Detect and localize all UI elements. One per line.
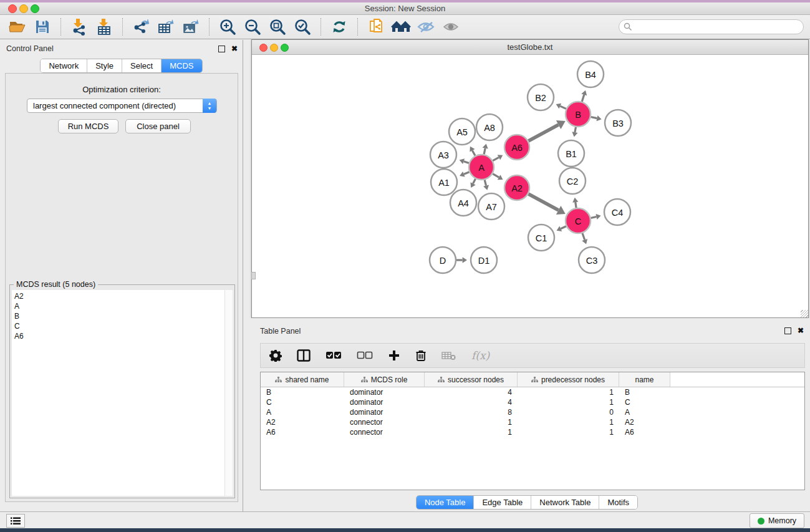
graph-edge-C-C3[interactable] bbox=[582, 233, 585, 240]
scrollbar-track[interactable] bbox=[224, 290, 233, 496]
list-item[interactable]: B bbox=[14, 311, 225, 321]
save-session-icon[interactable] bbox=[30, 17, 55, 37]
graph-edge-B-B2[interactable] bbox=[560, 106, 566, 109]
network-graph[interactable]: B4B2BB3A8A5A6B1A3AC2A1A2A4A7C4CC1C3DD1 bbox=[252, 55, 808, 317]
column-header-predecessor-nodes[interactable]: predecessor nodes bbox=[518, 372, 619, 387]
open-session-icon[interactable] bbox=[5, 17, 30, 37]
tab-style[interactable]: Style bbox=[87, 59, 122, 72]
tab-mcds[interactable]: MCDS bbox=[162, 59, 201, 72]
hide-details-icon[interactable] bbox=[413, 17, 438, 37]
delete-table-icon[interactable] bbox=[441, 351, 456, 360]
close-window-icon[interactable] bbox=[8, 4, 17, 13]
close-panel-button[interactable]: Close panel bbox=[125, 119, 191, 133]
close-panel-icon[interactable]: ✖ bbox=[798, 327, 804, 334]
desktop-background-strip bbox=[0, 528, 810, 532]
mcds-result-group: MCDS result (5 nodes) A2 A B C A6 bbox=[9, 284, 235, 498]
graph-edge-A6-B[interactable] bbox=[528, 125, 558, 141]
duplicate-network-icon[interactable] bbox=[364, 17, 388, 37]
graph-node-label: B2 bbox=[535, 93, 546, 103]
list-item[interactable]: A bbox=[14, 301, 225, 311]
table-row[interactable]: A6 connector 1 1 A6 bbox=[261, 427, 804, 437]
table-row[interactable]: A dominator 8 0 A bbox=[261, 407, 804, 417]
window-resize-handle[interactable] bbox=[801, 310, 808, 317]
graph-edge-C-C1[interactable] bbox=[561, 226, 566, 229]
memory-button[interactable]: Memory bbox=[750, 513, 804, 528]
float-panel-icon[interactable] bbox=[218, 46, 225, 52]
select-all-columns-icon[interactable] bbox=[325, 351, 342, 360]
zoom-window-icon[interactable] bbox=[31, 4, 39, 13]
export-network-icon[interactable] bbox=[128, 17, 153, 37]
show-column-panel-icon[interactable] bbox=[297, 349, 311, 362]
list-item[interactable]: C bbox=[14, 321, 225, 331]
function-builder-icon[interactable]: f(x) bbox=[471, 349, 489, 362]
graph-edge-A-A6[interactable] bbox=[493, 157, 499, 160]
graph-edge-A2-C[interactable] bbox=[528, 194, 558, 210]
graph-node-label: A7 bbox=[486, 202, 497, 212]
zoom-out-icon[interactable] bbox=[240, 17, 265, 37]
zoom-window-icon[interactable] bbox=[281, 44, 289, 52]
graph-node-label: A1 bbox=[438, 178, 450, 188]
network-window-titlebar[interactable]: testGlobe.txt bbox=[252, 40, 808, 55]
graph-node-label: A2 bbox=[511, 183, 523, 193]
criterion-dropdown[interactable]: largest connected component (directed) ▲… bbox=[27, 99, 217, 113]
import-table-icon[interactable] bbox=[92, 17, 117, 37]
tab-network-table[interactable]: Network Table bbox=[531, 496, 599, 509]
minimize-window-icon[interactable] bbox=[19, 4, 28, 13]
graph-edge-B-B4[interactable] bbox=[582, 95, 584, 102]
graph-edge-A-A3[interactable] bbox=[464, 162, 469, 163]
toolbar-separator bbox=[321, 18, 321, 36]
zoom-fit-icon[interactable] bbox=[265, 17, 290, 37]
tab-edge-table[interactable]: Edge Table bbox=[474, 496, 531, 509]
deselect-all-columns-icon[interactable] bbox=[357, 351, 373, 360]
column-header-shared-name[interactable]: shared name bbox=[261, 372, 344, 387]
graph-edge-B-B1[interactable] bbox=[575, 127, 576, 132]
close-window-icon[interactable] bbox=[259, 44, 268, 52]
list-item[interactable]: A6 bbox=[14, 331, 225, 341]
criterion-value: largest connected component (directed) bbox=[33, 101, 176, 110]
task-history-button[interactable] bbox=[6, 514, 25, 528]
list-item[interactable]: A2 bbox=[14, 291, 225, 301]
graph-edge-A-A8[interactable] bbox=[484, 148, 485, 155]
delete-column-trash-icon[interactable] bbox=[415, 349, 427, 362]
home-layout-icon[interactable] bbox=[388, 17, 413, 37]
tab-motifs[interactable]: Motifs bbox=[599, 496, 637, 509]
float-panel-icon[interactable] bbox=[784, 327, 791, 334]
column-header-mcds-role[interactable]: MCDS role bbox=[344, 372, 425, 387]
minimize-window-icon[interactable] bbox=[270, 44, 278, 52]
mcds-result-list[interactable]: A2 A B C A6 bbox=[12, 290, 225, 496]
table-row[interactable]: C dominator 4 1 C bbox=[261, 397, 804, 407]
scrollbar-fragment[interactable] bbox=[251, 272, 256, 279]
optimization-criterion-label: Optimization criterion: bbox=[6, 85, 238, 94]
create-column-icon[interactable] bbox=[388, 349, 400, 362]
graph-edge-A-A5[interactable] bbox=[472, 150, 475, 155]
graph-edge-B-B3[interactable] bbox=[591, 117, 597, 118]
column-header-name[interactable]: name bbox=[619, 372, 670, 387]
graph-edge-C-C4[interactable] bbox=[591, 216, 596, 218]
tab-network[interactable]: Network bbox=[41, 59, 87, 72]
refresh-layout-icon[interactable] bbox=[327, 17, 352, 37]
graph-edge-A-A4[interactable] bbox=[473, 179, 476, 184]
tab-node-table[interactable]: Node Table bbox=[417, 496, 475, 509]
table-row[interactable]: A2 connector 1 1 A2 bbox=[261, 417, 804, 427]
export-image-icon[interactable] bbox=[178, 17, 203, 37]
show-details-icon[interactable] bbox=[438, 17, 463, 37]
export-table-icon[interactable] bbox=[153, 17, 178, 37]
run-mcds-button[interactable]: Run MCDS bbox=[58, 119, 118, 133]
zoom-fit-glyph bbox=[269, 18, 286, 36]
network-canvas[interactable]: B4B2BB3A8A5A6B1A3AC2A1A2A4A7C4CC1C3DD1 bbox=[252, 55, 808, 317]
table-row[interactable]: B dominator 4 1 B bbox=[261, 387, 804, 397]
search-input[interactable] bbox=[619, 19, 804, 34]
graph-edge-A-A2[interactable] bbox=[493, 174, 499, 178]
zoom-in-icon[interactable] bbox=[215, 17, 240, 37]
close-panel-icon[interactable]: ✖ bbox=[231, 46, 238, 52]
graph-edge-A-A1[interactable] bbox=[464, 172, 470, 174]
column-header-successor-nodes[interactable]: successor nodes bbox=[425, 372, 518, 387]
import-network-icon[interactable] bbox=[67, 17, 92, 37]
table-settings-gear-icon[interactable] bbox=[269, 349, 282, 362]
graph-edge-C-C2[interactable] bbox=[576, 202, 576, 208]
app-titlebar: Session: New Session bbox=[0, 2, 810, 15]
graph-edge-arrowhead bbox=[572, 132, 577, 137]
graph-edge-A-A7[interactable] bbox=[485, 180, 486, 185]
zoom-selected-icon[interactable] bbox=[290, 17, 315, 37]
tab-select[interactable]: Select bbox=[122, 59, 162, 72]
